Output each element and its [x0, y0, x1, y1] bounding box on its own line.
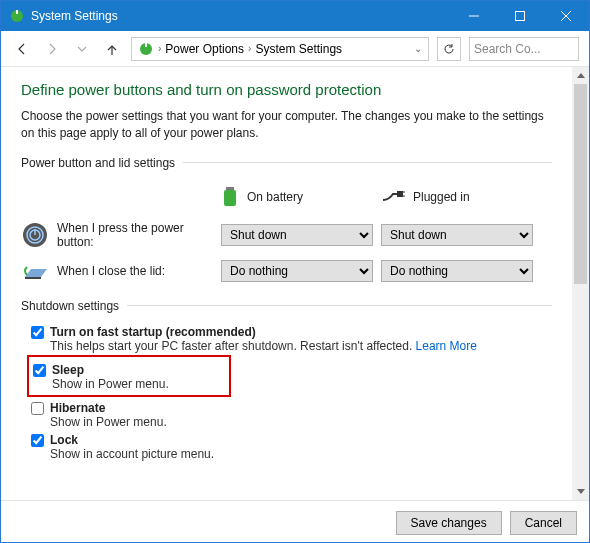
lock-row: Lock Show in account picture menu.	[31, 433, 552, 461]
hibernate-checkbox[interactable]	[31, 402, 44, 415]
close-button[interactable]	[543, 1, 589, 31]
hibernate-label: Hibernate	[50, 401, 167, 415]
up-button[interactable]	[101, 38, 123, 60]
recent-dropdown[interactable]	[71, 38, 93, 60]
sleep-checkbox[interactable]	[33, 364, 46, 377]
power-button-plugged-select[interactable]: Shut down	[381, 224, 533, 246]
footer: Save changes Cancel	[1, 500, 589, 543]
svg-rect-3	[516, 12, 525, 21]
window-title: System Settings	[31, 9, 451, 23]
lock-desc: Show in account picture menu.	[50, 447, 214, 461]
plug-icon	[381, 188, 405, 207]
power-button-label: When I press the power button:	[57, 221, 221, 249]
scroll-thumb[interactable]	[574, 84, 587, 284]
forward-button[interactable]	[41, 38, 63, 60]
nav-toolbar: › Power Options › System Settings ⌄ Sear…	[1, 31, 589, 67]
power-options-icon	[138, 41, 154, 57]
minimize-button[interactable]	[451, 1, 497, 31]
lid-plugged-select[interactable]: Do nothing	[381, 260, 533, 282]
sleep-label: Sleep	[52, 363, 169, 377]
chevron-right-icon: ›	[248, 43, 251, 54]
scroll-down-button[interactable]	[572, 483, 589, 500]
svg-marker-18	[25, 269, 47, 277]
window-buttons	[451, 1, 589, 31]
crumb-power-options[interactable]: Power Options	[165, 42, 244, 56]
lid-icon	[21, 257, 49, 285]
content-area: Define power buttons and turn on passwor…	[1, 67, 572, 500]
scroll-up-button[interactable]	[572, 67, 589, 84]
search-input[interactable]: Search Co...	[469, 37, 579, 61]
shutdown-settings-group: Shutdown settings Turn on fast startup (…	[21, 299, 552, 463]
svg-rect-1	[16, 10, 18, 14]
sleep-desc: Show in Power menu.	[52, 377, 169, 391]
lock-label: Lock	[50, 433, 214, 447]
crumb-system-settings[interactable]: System Settings	[255, 42, 342, 56]
learn-more-link[interactable]: Learn More	[416, 339, 477, 353]
refresh-button[interactable]	[437, 37, 461, 61]
plugged-in-header: Plugged in	[381, 184, 541, 211]
back-button[interactable]	[11, 38, 33, 60]
chevron-right-icon: ›	[158, 43, 161, 54]
fast-startup-checkbox[interactable]	[31, 326, 44, 339]
scroll-track[interactable]	[572, 84, 589, 483]
maximize-button[interactable]	[497, 1, 543, 31]
scrollbar[interactable]	[572, 67, 589, 500]
cancel-button[interactable]: Cancel	[510, 511, 577, 535]
fast-startup-row: Turn on fast startup (recommended) This …	[31, 325, 552, 353]
intro-text: Choose the power settings that you want …	[21, 108, 552, 142]
hibernate-desc: Show in Power menu.	[50, 415, 167, 429]
group-label: Shutdown settings	[21, 299, 127, 313]
save-button[interactable]: Save changes	[396, 511, 502, 535]
fast-startup-label: Turn on fast startup (recommended)	[50, 325, 477, 339]
lock-checkbox[interactable]	[31, 434, 44, 447]
svg-rect-9	[226, 187, 234, 190]
page-title: Define power buttons and turn on passwor…	[21, 81, 552, 98]
search-placeholder: Search Co...	[474, 42, 541, 56]
hibernate-row: Hibernate Show in Power menu.	[31, 401, 552, 429]
power-button-lid-group: Power button and lid settings On battery…	[21, 156, 552, 285]
power-button-battery-select[interactable]: Shut down	[221, 224, 373, 246]
svg-rect-11	[397, 191, 403, 197]
lid-battery-select[interactable]: Do nothing	[221, 260, 373, 282]
chevron-down-icon[interactable]: ⌄	[414, 43, 422, 54]
power-button-row: When I press the power button: Shut down…	[21, 221, 552, 249]
sleep-row: Sleep Show in Power menu.	[33, 363, 169, 391]
group-label: Power button and lid settings	[21, 156, 183, 170]
on-battery-header: On battery	[221, 184, 381, 211]
titlebar: System Settings	[1, 1, 589, 31]
sleep-highlight: Sleep Show in Power menu.	[27, 355, 231, 397]
fast-startup-desc: This helps start your PC faster after sh…	[50, 339, 477, 353]
svg-rect-8	[145, 43, 147, 47]
svg-marker-19	[25, 277, 41, 279]
lid-label: When I close the lid:	[57, 264, 165, 278]
app-icon	[9, 8, 25, 24]
lid-row: When I close the lid: Do nothing Do noth…	[21, 257, 552, 285]
power-button-icon	[21, 221, 49, 249]
battery-icon	[221, 184, 239, 211]
svg-rect-10	[224, 190, 236, 206]
breadcrumb[interactable]: › Power Options › System Settings ⌄	[131, 37, 429, 61]
